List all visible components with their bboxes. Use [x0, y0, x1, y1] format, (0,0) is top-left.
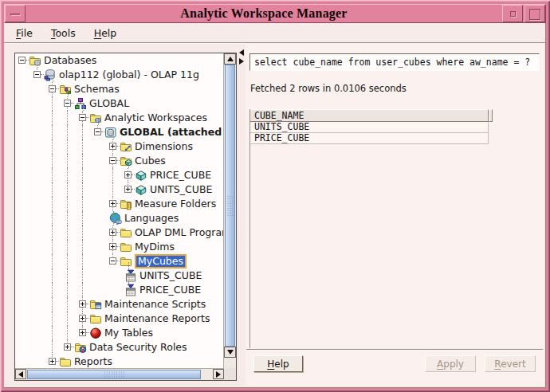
tree-node-label[interactable]: Languages: [124, 212, 179, 225]
tree-node-label[interactable]: Databases: [44, 54, 96, 67]
tree-node-label[interactable]: UNITS_CUBE: [139, 269, 202, 282]
menu-tools[interactable]: Tools: [51, 27, 76, 39]
column-header-cube-name[interactable]: CUBE_NAME: [249, 109, 489, 122]
collapse-icon[interactable]: [109, 157, 116, 164]
tree-node-label[interactable]: GLOBAL (attached RW): [120, 126, 223, 139]
tree-node-label[interactable]: MyCubes: [135, 254, 187, 269]
tree-node-label[interactable]: UNITS_CUBE: [150, 183, 212, 196]
expand-toggle[interactable]: [18, 53, 29, 68]
expand-toggle[interactable]: [109, 225, 120, 240]
expand-icon[interactable]: [124, 186, 132, 193]
collapse-icon[interactable]: [109, 257, 116, 265]
maximize-button[interactable]: [524, 5, 545, 22]
expand-icon[interactable]: [79, 300, 86, 308]
tree-node-schemas[interactable]: Schemas: [15, 82, 223, 96]
tree-node-languages[interactable]: Languages: [15, 211, 223, 225]
sql-query-field[interactable]: select cube_name from user_cubes where a…: [249, 53, 540, 71]
tree-node-reports[interactable]: Reports: [15, 355, 223, 369]
table-row[interactable]: UNITS_CUBE: [249, 121, 489, 133]
tree-node-olap112-global-olap-11g[interactable]: olap112 (global) - OLAP 11g: [15, 68, 223, 82]
expand-toggle[interactable]: [64, 340, 74, 355]
window-menu-button[interactable]: [5, 5, 26, 22]
tree-node-label[interactable]: Analytic Workspaces: [104, 112, 207, 124]
expand-right-icon[interactable]: [239, 58, 244, 65]
tree-node-mydims[interactable]: MyDims: [15, 240, 223, 254]
tree-node-maintenance-scripts[interactable]: Maintenance Scripts: [15, 297, 223, 312]
table-row[interactable]: PRICE_CUBE: [249, 132, 489, 144]
tree-node-data-security-roles[interactable]: Data Security Roles: [15, 340, 223, 355]
tree-node-units-cube[interactable]: UNITS_CUBE: [15, 182, 223, 197]
menu-help[interactable]: Help: [94, 27, 117, 39]
expand-icon[interactable]: [109, 229, 116, 236]
title-bar[interactable]: Analytic Workspace Manager: [4, 4, 546, 23]
tree-node-mycubes[interactable]: MyCubes: [15, 254, 223, 269]
tree-node-label[interactable]: Reports: [74, 355, 112, 368]
expand-icon[interactable]: [79, 329, 86, 336]
expand-toggle[interactable]: [79, 312, 89, 326]
expand-toggle[interactable]: [109, 139, 120, 154]
collapse-icon[interactable]: [49, 85, 56, 92]
expand-toggle[interactable]: [94, 125, 104, 139]
collapse-icon[interactable]: [79, 114, 86, 121]
collapse-icon[interactable]: [94, 128, 101, 135]
tree-node-maintenance-reports[interactable]: Maintenance Reports: [15, 312, 223, 326]
scroll-right-button[interactable]: [213, 369, 224, 379]
tree-node-label[interactable]: Measure Folders: [135, 198, 216, 210]
tree-node-label[interactable]: My Tables: [104, 327, 153, 339]
tree-node-label[interactable]: Cubes: [135, 155, 166, 167]
tree-node-label[interactable]: MyDims: [135, 241, 175, 253]
tree-node-label[interactable]: GLOBAL: [89, 97, 129, 110]
expand-toggle[interactable]: [49, 82, 59, 96]
tree-node-label[interactable]: Data Security Roles: [89, 341, 187, 354]
expand-toggle[interactable]: [124, 182, 135, 197]
scroll-down-button[interactable]: [224, 347, 236, 358]
expand-toggle[interactable]: [49, 355, 59, 369]
expand-toggle[interactable]: [64, 96, 74, 111]
tree-node-units-cube[interactable]: UNITS_CUBE: [15, 269, 223, 283]
tree-node-label[interactable]: PRICE_CUBE: [150, 169, 211, 182]
tree-vertical-scrollbar[interactable]: [223, 53, 236, 369]
expand-icon[interactable]: [79, 315, 86, 322]
collapse-icon[interactable]: [33, 71, 41, 78]
tree-horizontal-scrollbar[interactable]: [15, 368, 224, 380]
scroll-up-button[interactable]: [224, 53, 236, 65]
apply-button[interactable]: Apply: [425, 355, 476, 372]
horizontal-scroll-thumb[interactable]: [27, 370, 201, 379]
tree-node-cubes[interactable]: Cubes: [15, 154, 223, 168]
expand-icon[interactable]: [49, 358, 56, 365]
tree-node-databases[interactable]: Databases: [15, 53, 223, 68]
tree-node-label[interactable]: Maintenance Reports: [104, 312, 210, 325]
tree-node-label[interactable]: olap112 (global) - OLAP 11g: [59, 69, 199, 81]
expand-toggle[interactable]: [79, 297, 89, 312]
tree-node-measure-folders[interactable]: Measure Folders: [15, 197, 223, 211]
revert-button[interactable]: Revert: [485, 355, 536, 372]
expand-icon[interactable]: [109, 243, 116, 250]
expand-toggle[interactable]: [79, 111, 89, 125]
expand-toggle[interactable]: [109, 254, 120, 269]
tree-node-dimensions[interactable]: Dimensions: [15, 139, 223, 154]
expand-icon[interactable]: [109, 143, 116, 150]
tree-node-analytic-workspaces[interactable]: Analytic Workspaces: [15, 111, 223, 125]
expand-toggle[interactable]: [109, 240, 120, 254]
tree-node-label[interactable]: OLAP DML Programs: [135, 226, 223, 239]
tree-node-price-cube[interactable]: PRICE_CUBE: [15, 168, 223, 182]
tree-node-my-tables[interactable]: My Tables: [15, 326, 223, 340]
collapse-icon[interactable]: [18, 57, 26, 64]
expand-toggle[interactable]: [79, 326, 89, 340]
expand-icon[interactable]: [109, 200, 116, 207]
expand-toggle[interactable]: [33, 68, 44, 82]
tree-node-label[interactable]: Schemas: [74, 83, 120, 96]
expand-toggle[interactable]: [109, 197, 120, 211]
collapse-left-icon[interactable]: [239, 49, 244, 56]
vertical-scroll-thumb[interactable]: [225, 65, 235, 347]
expand-icon[interactable]: [64, 343, 71, 351]
tree-node-olap-dml-programs[interactable]: OLAP DML Programs: [15, 225, 223, 240]
tree-node-label[interactable]: Maintenance Scripts: [104, 298, 206, 311]
expand-toggle[interactable]: [109, 154, 120, 168]
tree-node-price-cube[interactable]: PRICE_CUBE: [15, 283, 223, 297]
tree-node-label[interactable]: PRICE_CUBE: [139, 284, 201, 296]
expand-toggle[interactable]: [124, 168, 135, 182]
scroll-left-button[interactable]: [15, 369, 26, 379]
collapse-icon[interactable]: [64, 100, 71, 107]
help-button[interactable]: Help: [253, 355, 303, 372]
